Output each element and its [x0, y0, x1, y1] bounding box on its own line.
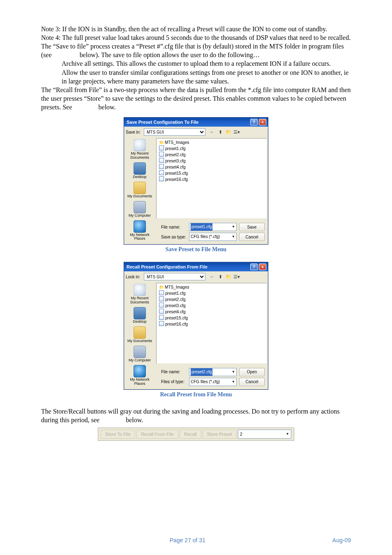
save-dialog-title: Save Preset Configuration To File [127, 120, 198, 125]
save-type-dropdown[interactable]: CFG files (*.cfg)▼ [189, 233, 237, 241]
help-icon[interactable]: ? [250, 264, 258, 270]
save-intro: The “Save to file” process creates a “Pr… [41, 42, 351, 59]
finale-paragraph: The Store/Recall buttons will gray out d… [41, 407, 351, 424]
cancel-button[interactable]: Cancel [239, 378, 265, 386]
place-documents[interactable]: My Documents [126, 182, 154, 200]
place-network[interactable]: My Network Places [126, 365, 154, 388]
list-item[interactable]: preset3.cfg [159, 158, 264, 164]
save-in-label: Save in: [126, 130, 142, 134]
list-item[interactable]: preset4.cfg [159, 164, 264, 170]
up-icon[interactable]: ⬆ [217, 129, 224, 135]
footer-date: Aug-09 [332, 537, 351, 543]
recall-caption: Recall Preset from File Menu [41, 391, 351, 398]
new-folder-icon[interactable]: 📁 [225, 129, 232, 135]
save-dialog: Save Preset Configuration To File ? × Sa… [124, 117, 268, 245]
recall-button: Recall [180, 430, 201, 439]
files-of-type-dropdown[interactable]: CFG files (*.cfg)▼ [189, 378, 237, 386]
new-folder-icon[interactable]: 📁 [225, 273, 232, 280]
file-name-label: File name: [159, 370, 187, 374]
list-item[interactable]: MTS_Images [159, 284, 264, 290]
list-item[interactable]: preset2.cfg [159, 152, 264, 158]
store-preset-button: Store Preset [203, 430, 237, 439]
close-icon[interactable]: × [259, 119, 266, 125]
file-name-input[interactable]: preset2.cfg▼ [189, 368, 237, 376]
list-item[interactable]: preset4.cfg [159, 309, 264, 315]
open-button[interactable]: Open [239, 368, 265, 376]
place-desktop[interactable]: Desktop [126, 307, 154, 326]
back-icon[interactable]: ← [209, 129, 215, 135]
place-desktop[interactable]: Desktop [126, 162, 154, 181]
list-item[interactable]: preset15.cfg [159, 170, 264, 176]
recall-dialog-title: Recall Preset Configuration From File [127, 264, 208, 269]
save-button[interactable]: Save [239, 223, 265, 231]
status-bar: Store To File Recall From File Recall St… [98, 428, 294, 441]
list-item[interactable]: preset1.cfg [159, 146, 264, 152]
up-icon[interactable]: ⬆ [217, 273, 224, 280]
place-recent[interactable]: My Recent Documents [126, 139, 154, 162]
place-network[interactable]: My Network Places [126, 220, 154, 243]
bullet-archive: Archive all settings. This allows the cu… [41, 59, 351, 68]
file-name-input[interactable]: preset1.cfg▼ [189, 223, 237, 231]
look-in-dropdown[interactable]: MTS GUI [144, 273, 205, 280]
save-dialog-titlebar: Save Preset Configuration To File ? × [124, 118, 268, 127]
recall-dialog: Recall Preset Configuration From File ? … [124, 262, 268, 389]
save-caption: Save Preset to File Menu [41, 246, 351, 253]
save-file-list[interactable]: MTS_Images preset1.cfg preset2.cfg prese… [156, 138, 267, 219]
places-bar: My Recent Documents Desktop My Documents… [124, 137, 155, 244]
bullet-transfer: Allow the user to transfer similar confi… [41, 68, 351, 86]
save-in-dropdown[interactable]: MTS GUI [144, 128, 205, 136]
look-in-label: Look in: [126, 275, 142, 279]
store-to-file-button: Store To File [101, 430, 135, 439]
place-computer[interactable]: My Computer [126, 201, 154, 220]
list-item[interactable]: preset15.cfg [159, 315, 264, 321]
list-item[interactable]: preset3.cfg [159, 303, 264, 309]
list-item[interactable]: MTS_Images [159, 140, 264, 146]
place-computer[interactable]: My Computer [126, 346, 154, 364]
views-icon[interactable]: ☰▾ [233, 129, 240, 135]
cancel-button[interactable]: Cancel [239, 233, 265, 241]
recall-file-list[interactable]: MTS_Images preset1.cfg preset2.cfg prese… [156, 283, 267, 363]
file-name-label: File name: [159, 225, 187, 229]
views-icon[interactable]: ☰▾ [233, 273, 240, 280]
list-item[interactable]: preset1.cfg [159, 290, 264, 296]
recall-paragraph: The “Recall from File” is a two-step pro… [41, 86, 351, 111]
place-recent[interactable]: My Recent Documents [126, 284, 154, 306]
list-item[interactable]: preset16.cfg [159, 176, 264, 183]
page-number: Page 27 of 31 [170, 537, 205, 543]
save-type-label: Save as type: [159, 235, 187, 239]
list-item[interactable]: preset2.cfg [159, 296, 264, 303]
places-bar: My Recent Documents Desktop My Documents… [124, 282, 155, 389]
list-item[interactable]: preset16.cfg [159, 321, 264, 327]
note-4: Note 4: The full preset value load takes… [41, 33, 351, 42]
help-icon[interactable]: ? [250, 119, 258, 125]
close-icon[interactable]: × [259, 264, 266, 270]
recall-from-file-button: Recall From File [136, 430, 178, 439]
note-3: Note 3: If the ION is in Standby, then t… [41, 25, 351, 33]
preset-number-dropdown[interactable]: 2▼ [238, 430, 291, 439]
back-icon[interactable]: ← [209, 273, 215, 280]
files-of-type-label: Files of type: [159, 379, 187, 384]
place-documents[interactable]: My Documents [126, 326, 154, 345]
recall-dialog-titlebar: Recall Preset Configuration From File ? … [124, 262, 268, 271]
